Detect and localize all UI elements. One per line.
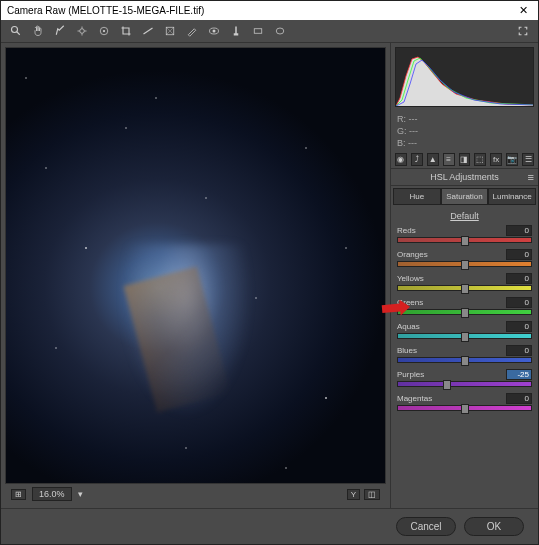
slider-aquas: Aquas0	[397, 321, 532, 339]
titlebar: Camera Raw (MELOTTE-15-MEGA-FILE.tif) ✕	[1, 1, 538, 20]
tab-hue[interactable]: Hue	[393, 188, 441, 205]
footer: Cancel OK	[1, 508, 538, 544]
slider-oranges: Oranges0	[397, 249, 532, 267]
statusbar: ⊞ 16.0% ▾ Y ◫	[5, 484, 386, 504]
oranges-thumb[interactable]	[461, 260, 469, 270]
image-preview[interactable]	[5, 47, 386, 484]
color-sampler-tool-icon[interactable]	[75, 24, 89, 38]
svg-point-0	[12, 27, 18, 33]
zoom-level[interactable]: 16.0%	[32, 487, 72, 501]
statusbar-btn-compare[interactable]: ◫	[364, 489, 380, 500]
svg-rect-15	[254, 29, 262, 34]
magentas-track[interactable]	[397, 405, 532, 411]
white-balance-tool-icon[interactable]	[53, 24, 67, 38]
toolbar	[1, 20, 538, 43]
histogram[interactable]	[395, 47, 534, 107]
graduated-filter-tool-icon[interactable]	[251, 24, 265, 38]
slider-purples: Purples-25	[397, 369, 532, 387]
window-title: Camera Raw (MELOTTE-15-MEGA-FILE.tif)	[7, 5, 204, 16]
svg-point-8	[103, 30, 105, 32]
blues-track[interactable]	[397, 357, 532, 363]
redeye-tool-icon[interactable]	[207, 24, 221, 38]
fullscreen-toggle-icon[interactable]	[516, 24, 530, 38]
svg-line-9	[144, 28, 153, 34]
tab-saturation[interactable]: Saturation	[441, 188, 489, 205]
purples-track[interactable]	[397, 381, 532, 387]
radial-filter-tool-icon[interactable]	[273, 24, 287, 38]
greens-value[interactable]: 0	[506, 297, 532, 308]
view-grid-icon[interactable]: ⊞	[11, 489, 26, 500]
camera-raw-window: Camera Raw (MELOTTE-15-MEGA-FILE.tif) ✕ …	[0, 0, 539, 545]
svg-line-1	[17, 32, 20, 35]
tab-luminance[interactable]: Luminance	[488, 188, 536, 205]
greens-track[interactable]	[397, 309, 532, 315]
blues-thumb[interactable]	[461, 356, 469, 366]
reds-value[interactable]: 0	[506, 225, 532, 236]
slider-yellows: Yellows0	[397, 273, 532, 291]
curve-panel-icon[interactable]: ⤴	[411, 153, 423, 166]
detail-panel-icon[interactable]: ▲	[427, 153, 439, 166]
ok-button[interactable]: OK	[464, 517, 524, 536]
slider-magentas: Magentas0	[397, 393, 532, 411]
fx-panel-icon[interactable]: fx	[490, 153, 502, 166]
straighten-tool-icon[interactable]	[141, 24, 155, 38]
close-icon[interactable]: ✕	[515, 4, 532, 17]
slider-group: Reds0 Oranges0 Yellows0 Greens0 Aquas0	[391, 225, 538, 417]
greens-thumb[interactable]	[461, 308, 469, 318]
presets-panel-icon[interactable]: ☰	[522, 153, 534, 166]
cancel-button[interactable]: Cancel	[396, 517, 456, 536]
yellows-thumb[interactable]	[461, 284, 469, 294]
panel-tab-strip: ◉ ⤴ ▲ ≡ ◨ ⬚ fx 📷 ☰	[391, 151, 538, 169]
reds-track[interactable]	[397, 237, 532, 243]
zoom-tool-icon[interactable]	[9, 24, 23, 38]
magentas-thumb[interactable]	[461, 404, 469, 414]
blues-value[interactable]: 0	[506, 345, 532, 356]
spot-removal-tool-icon[interactable]	[185, 24, 199, 38]
hand-tool-icon[interactable]	[31, 24, 45, 38]
panel-menu-icon[interactable]: ≡	[528, 171, 534, 183]
slider-reds: Reds0	[397, 225, 532, 243]
hsl-panel-icon[interactable]: ≡	[443, 153, 455, 166]
adjustment-brush-tool-icon[interactable]	[229, 24, 243, 38]
hsl-mode-tabs: Hue Saturation Luminance	[391, 186, 538, 207]
aquas-track[interactable]	[397, 333, 532, 339]
statusbar-btn-y[interactable]: Y	[347, 489, 360, 500]
yellows-track[interactable]	[397, 285, 532, 291]
zoom-chevron-icon[interactable]: ▾	[78, 489, 83, 499]
lens-panel-icon[interactable]: ⬚	[474, 153, 486, 166]
svg-rect-13	[235, 27, 237, 35]
purples-value[interactable]: -25	[506, 369, 532, 380]
svg-point-12	[213, 30, 216, 33]
svg-point-2	[80, 29, 85, 34]
transform-tool-icon[interactable]	[163, 24, 177, 38]
oranges-value[interactable]: 0	[506, 249, 532, 260]
targeted-adjust-tool-icon[interactable]	[97, 24, 111, 38]
yellows-value[interactable]: 0	[506, 273, 532, 284]
reds-thumb[interactable]	[461, 236, 469, 246]
basic-panel-icon[interactable]: ◉	[395, 153, 407, 166]
panel-title: HSL Adjustments ≡	[391, 169, 538, 186]
rgb-readout: R: --- G: --- B: ---	[391, 111, 538, 151]
split-tone-panel-icon[interactable]: ◨	[459, 153, 471, 166]
oranges-track[interactable]	[397, 261, 532, 267]
svg-rect-14	[234, 33, 239, 35]
svg-point-16	[276, 28, 284, 34]
main-area: ⊞ 16.0% ▾ Y ◫ R: --- G: ---	[1, 43, 538, 508]
side-panel: R: --- G: --- B: --- ◉ ⤴ ▲ ≡ ◨ ⬚ fx 📷 ☰ …	[390, 43, 538, 508]
crop-tool-icon[interactable]	[119, 24, 133, 38]
aquas-value[interactable]: 0	[506, 321, 532, 332]
preview-pane: ⊞ 16.0% ▾ Y ◫	[1, 43, 390, 508]
calibration-panel-icon[interactable]: 📷	[506, 153, 518, 166]
slider-blues: Blues0	[397, 345, 532, 363]
slider-greens: Greens0	[397, 297, 532, 315]
aquas-thumb[interactable]	[461, 332, 469, 342]
magentas-value[interactable]: 0	[506, 393, 532, 404]
purples-thumb[interactable]	[443, 380, 451, 390]
default-link[interactable]: Default	[391, 207, 538, 225]
